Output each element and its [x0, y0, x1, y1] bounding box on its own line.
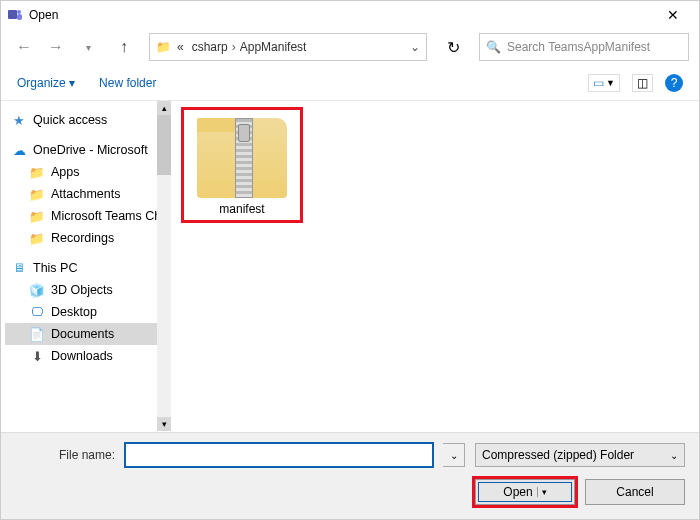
file-item-label: manifest — [188, 202, 296, 216]
teams-app-icon — [7, 7, 23, 23]
svg-point-1 — [17, 10, 21, 14]
panel-icon: ◫ — [637, 76, 648, 90]
search-input[interactable]: 🔍 Search TeamsAppManifest — [479, 33, 689, 61]
svg-rect-0 — [8, 10, 17, 19]
nav-recent-dropdown[interactable]: ▾ — [75, 34, 101, 60]
scrollbar-thumb[interactable] — [157, 115, 171, 175]
svg-rect-2 — [17, 14, 22, 20]
filename-label: File name: — [15, 448, 115, 462]
filename-input[interactable] — [125, 443, 433, 467]
view-mode-button[interactable]: ▭ ▼ — [588, 74, 620, 92]
folder-icon: 📁 — [29, 164, 45, 180]
pc-icon: 🖥 — [11, 260, 27, 276]
picture-icon: ▭ — [593, 76, 604, 90]
chevron-down-icon: ⌄ — [670, 450, 678, 461]
refresh-button[interactable]: ↻ — [439, 33, 467, 61]
folder-icon: 📁 — [29, 208, 45, 224]
chevron-right-icon: › — [232, 40, 236, 54]
document-icon: 📄 — [29, 326, 45, 342]
breadcrumb-prefix: « — [177, 40, 184, 54]
download-icon: ⬇ — [29, 348, 45, 364]
help-button[interactable]: ? — [665, 74, 683, 92]
nav-back-button[interactable]: ← — [11, 34, 37, 60]
folder-icon: 📁 — [29, 230, 45, 246]
cloud-icon: ☁ — [11, 142, 27, 158]
sidebar-item-recordings[interactable]: 📁Recordings — [5, 227, 167, 249]
search-icon: 🔍 — [486, 40, 501, 54]
window-title: Open — [29, 8, 653, 22]
nav-up-button[interactable]: ↑ — [111, 34, 137, 60]
filename-history-dropdown[interactable]: ⌄ — [443, 443, 465, 467]
file-list-pane[interactable]: manifest — [171, 101, 699, 431]
zip-folder-icon — [197, 118, 287, 198]
open-button[interactable]: Open▾ — [475, 479, 575, 505]
sidebar-item-desktop[interactable]: 🖵Desktop — [5, 301, 167, 323]
chevron-down-icon: ▼ — [606, 78, 615, 88]
sidebar-item-apps[interactable]: 📁Apps — [5, 161, 167, 183]
nav-tree: ▴ ▾ ★Quick access ☁OneDrive - Microsoft … — [1, 101, 171, 431]
preview-pane-button[interactable]: ◫ — [632, 74, 653, 92]
sidebar-item-onedrive[interactable]: ☁OneDrive - Microsoft — [5, 139, 167, 161]
sidebar-item-quick-access[interactable]: ★Quick access — [5, 109, 167, 131]
breadcrumb-part[interactable]: csharp — [192, 40, 228, 54]
breadcrumb[interactable]: 📁 « csharp › AppManifest ⌄ — [149, 33, 427, 61]
folder-icon: 📁 — [156, 40, 171, 54]
sidebar-item-attachments[interactable]: 📁Attachments — [5, 183, 167, 205]
cube-icon: 🧊 — [29, 282, 45, 298]
sidebar-item-ms-teams[interactable]: 📁Microsoft Teams Chat Files — [5, 205, 167, 227]
close-button[interactable]: ✕ — [653, 7, 693, 23]
sidebar-item-this-pc[interactable]: 🖥This PC — [5, 257, 167, 279]
file-item-manifest[interactable]: manifest — [181, 107, 303, 223]
open-split-dropdown[interactable]: ▾ — [537, 487, 547, 497]
file-type-filter[interactable]: Compressed (zipped) Folder ⌄ — [475, 443, 685, 467]
new-folder-button[interactable]: New folder — [99, 76, 156, 90]
cancel-button[interactable]: Cancel — [585, 479, 685, 505]
sidebar-item-documents[interactable]: 📄Documents — [5, 323, 167, 345]
sidebar-item-3d-objects[interactable]: 🧊3D Objects — [5, 279, 167, 301]
sidebar-item-downloads[interactable]: ⬇Downloads — [5, 345, 167, 367]
star-icon: ★ — [11, 112, 27, 128]
organize-menu[interactable]: Organize ▾ — [17, 76, 75, 90]
folder-icon: 📁 — [29, 186, 45, 202]
breadcrumb-dropdown[interactable]: ⌄ — [410, 40, 420, 54]
scroll-up-button[interactable]: ▴ — [157, 101, 171, 115]
search-placeholder: Search TeamsAppManifest — [507, 40, 650, 54]
desktop-icon: 🖵 — [29, 304, 45, 320]
scroll-down-button[interactable]: ▾ — [157, 417, 171, 431]
nav-forward-button[interactable]: → — [43, 34, 69, 60]
breadcrumb-part[interactable]: AppManifest — [240, 40, 307, 54]
